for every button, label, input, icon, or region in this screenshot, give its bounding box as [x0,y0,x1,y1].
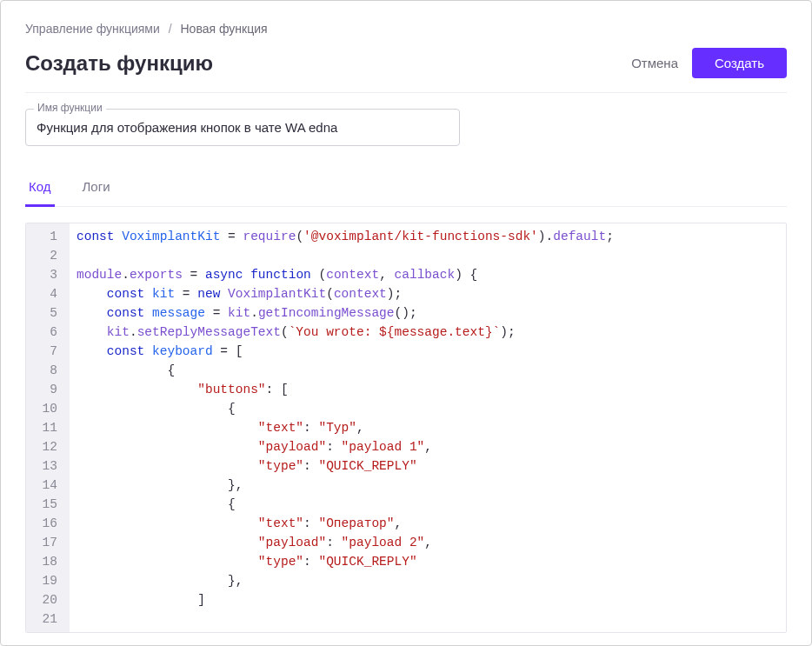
gutter-line: 12 [26,437,61,456]
breadcrumb-current: Новая функция [180,22,267,36]
gutter-line: 16 [26,514,61,533]
code-line[interactable]: const VoximplantKit = require('@voximpla… [77,227,779,246]
code-line[interactable]: { [77,495,779,514]
gutter-line: 11 [26,418,61,437]
create-button[interactable]: Создать [692,48,787,78]
code-line[interactable]: const kit = new VoximplantKit(context); [77,284,779,303]
code-line[interactable]: { [77,399,779,418]
gutter-line: 2 [26,246,61,265]
code-line[interactable]: const keyboard = [ [77,342,779,361]
gutter-line: 13 [26,456,61,476]
gutter-line: 6 [26,323,61,342]
gutter-line: 21 [26,609,61,629]
tab-logs[interactable]: Логи [79,170,114,207]
code-line[interactable]: const message = kit.getIncomingMessage()… [77,303,779,323]
code-line[interactable]: "text": "Тур", [77,418,779,437]
breadcrumb: Управление функциями / Новая функция [25,22,787,36]
code-line[interactable]: "type": "QUICK_REPLY" [77,552,779,571]
gutter-line: 17 [26,533,61,552]
tabs: Код Логи [25,170,787,207]
gutter-line: 14 [26,476,61,495]
gutter-line: 19 [26,571,61,590]
code-line[interactable] [77,246,779,265]
function-name-input[interactable] [25,109,460,146]
gutter-line: 10 [26,399,61,418]
code-line[interactable]: }, [77,476,779,495]
header-actions: Отмена Создать [631,48,787,78]
gutter-line: 18 [26,552,61,571]
editor-gutter: 123456789101112131415161718192021 [26,223,70,632]
code-line[interactable]: }, [77,571,779,590]
gutter-line: 5 [26,303,61,323]
function-name-label: Имя функции [34,102,106,114]
code-line[interactable]: { [77,361,779,380]
editor-code[interactable]: const VoximplantKit = require('@voximpla… [70,223,786,632]
gutter-line: 4 [26,284,61,303]
code-line[interactable]: "payload": "payload 1", [77,437,779,456]
gutter-line: 20 [26,590,61,609]
gutter-line: 9 [26,380,61,399]
gutter-line: 1 [26,227,61,246]
code-line[interactable]: "text": "Оператор", [77,514,779,533]
code-line[interactable]: ] [77,590,779,609]
gutter-line: 15 [26,495,61,514]
tab-code[interactable]: Код [25,170,55,207]
code-line[interactable]: "payload": "payload 2", [77,533,779,552]
breadcrumb-link[interactable]: Управление функциями [25,22,160,36]
code-line[interactable]: kit.setReplyMessageText(`You wrote: ${me… [77,323,779,342]
code-line[interactable]: "type": "QUICK_REPLY" [77,456,779,476]
breadcrumb-sep: / [169,22,172,36]
gutter-line: 8 [26,361,61,380]
code-line[interactable] [77,609,779,629]
gutter-line: 7 [26,342,61,361]
page-title: Создать функцию [25,51,213,76]
function-name-field: Имя функции [25,109,460,146]
page-header: Создать функцию Отмена Создать [25,48,787,93]
code-line[interactable]: module.exports = async function (context… [77,265,779,284]
code-editor[interactable]: 123456789101112131415161718192021 const … [25,223,787,633]
cancel-button[interactable]: Отмена [631,56,678,70]
code-line[interactable]: "buttons": [ [77,380,779,399]
gutter-line: 3 [26,265,61,284]
